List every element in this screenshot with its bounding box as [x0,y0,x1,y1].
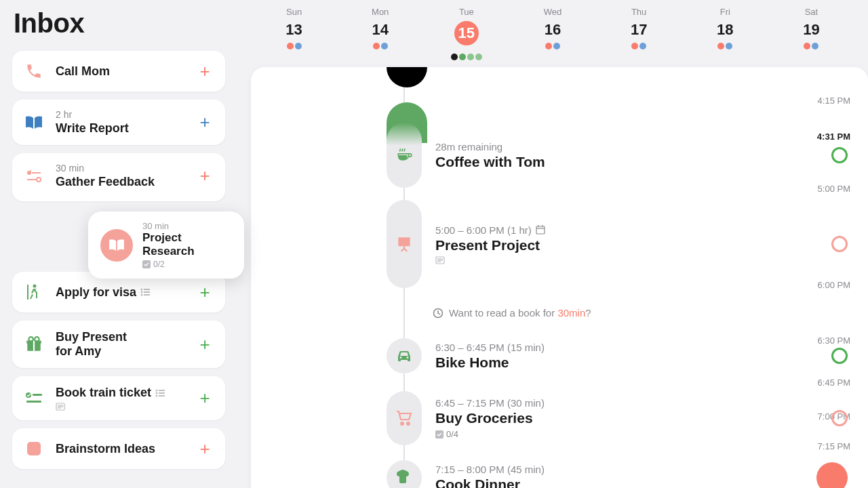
inbox-item-buy-present[interactable]: Buy Present for Amy + [12,321,225,368]
time-label: 6:45 PM [803,378,850,388]
event-title: Present Project [435,237,818,253]
day-fri[interactable]: Fri 18 [682,4,768,63]
floating-meta: 30 min [142,221,232,231]
day-wed[interactable]: Wed 16 [509,4,595,63]
inbox-item-call-mom[interactable]: Call Mom + [12,51,225,92]
floating-title: Project Research [142,231,232,258]
inbox-item-write-report[interactable]: 2 hr Write Report + [12,100,225,145]
checkbox-icon [142,260,151,268]
time-label: 4:15 PM [803,96,850,106]
complete-checkbox[interactable] [831,147,848,163]
day-thu[interactable]: Thu 17 [596,4,682,63]
page-title: Inbox [14,8,225,39]
inbox-item-gather-feedback[interactable]: 30 min Gather Feedback + [12,153,225,201]
svg-point-8 [141,291,143,293]
calendar-icon [536,225,545,235]
coffee-icon [387,123,422,188]
event-cook-dinner[interactable]: 7:15 – 8:00 PM (45 min) Cook Dinner [387,460,848,488]
floating-task-card[interactable]: 30 min Project Research 0/2 [88,211,244,279]
car-icon [387,338,422,373]
week-row: Sun 13 Mon 14 Tue 15 Wed 16 Thu 17 [237,0,868,67]
svg-rect-4 [27,285,28,300]
event-present-project[interactable]: 5:00 – 6:00 PM (1 hr) Present Project [387,200,848,288]
event-sub: 0/4 [435,429,818,439]
svg-rect-9 [144,291,150,293]
event-title: Bike Home [435,354,818,371]
inbox-title: Book train ticket [56,386,184,400]
svg-rect-21 [159,390,165,391]
inbox-body: Call Mom [56,64,184,79]
svg-rect-19 [26,401,41,403]
inbox-body: Brainstorm Ideas [56,442,184,456]
complete-checkbox[interactable] [831,348,848,364]
svg-point-10 [141,294,143,296]
event-title: Coffee with Tom [435,154,818,170]
event-bike-home[interactable]: 6:30 – 6:45 PM (15 min) Bike Home [387,338,848,373]
inbox-body: Apply for visa [56,285,184,300]
complete-checkbox[interactable] [831,410,848,426]
add-button[interactable]: + [195,389,214,408]
inbox-body: 30 min Gather Feedback [56,163,184,189]
phone-icon [23,60,45,82]
walk-icon [23,281,45,303]
suggestion-row[interactable]: Want to read a book for 30min? [433,307,591,319]
event-coffee[interactable]: 28m remaining Coffee with Tom [387,123,848,188]
svg-rect-32 [398,237,410,246]
add-button[interactable]: + [195,439,214,458]
add-button[interactable]: + [195,62,214,81]
inbox-item-brainstorm[interactable]: Brainstorm Ideas + [12,428,225,469]
checkbox-icon [435,430,443,439]
add-button[interactable]: + [195,335,214,354]
event-meta: 6:45 – 7:15 PM (30 min) [435,397,818,409]
complete-checkbox[interactable] [816,462,848,488]
inbox-title: Call Mom [56,64,184,79]
svg-rect-7 [144,289,150,290]
svg-rect-18 [33,394,42,396]
event-buy-groceries[interactable]: 6:45 – 7:15 PM (30 min) Buy Groceries 0/… [387,391,848,445]
cart-icon [387,391,422,445]
svg-point-15 [28,337,33,342]
chef-icon [387,460,422,488]
day-sun[interactable]: Sun 13 [251,4,337,63]
complete-checkbox[interactable] [831,236,848,252]
list-icon [140,288,150,296]
svg-point-46 [407,422,410,425]
inbox-title: Gather Feedback [56,175,184,189]
floating-body: 30 min Project Research 0/2 [142,221,232,269]
add-button[interactable]: + [195,113,214,132]
svg-line-34 [401,249,404,251]
inbox-title: Write Report [56,121,184,136]
inbox-title-line2: for Amy [56,344,184,359]
event-meta: 28m remaining [435,141,818,152]
note-icon [56,403,184,411]
svg-point-22 [156,392,158,394]
svg-point-5 [33,285,37,288]
inbox-title: Brainstorm Ideas [56,442,184,456]
agenda-panel[interactable]: 4:15 PM 4:31 PM 5:00 PM 6:00 PM 6:30 PM … [251,67,868,488]
svg-line-35 [404,249,407,251]
app-root: Inbox Call Mom + 2 hr Write Report + [0,0,868,488]
event-meta: 5:00 – 6:00 PM (1 hr) [435,224,818,236]
svg-rect-36 [536,226,545,234]
inbox-body: Book train ticket [56,386,184,411]
floating-sub: 0/2 [142,260,232,269]
day-sat[interactable]: Sat 19 [768,4,854,63]
inbox-title: Buy Present [56,330,184,344]
note-icon [435,256,818,264]
svg-rect-11 [144,294,150,296]
day-mon[interactable]: Mon 14 [337,4,423,63]
inbox-body: 2 hr Write Report [56,109,184,136]
day-tue[interactable]: Tue 15 [423,4,509,63]
gift-icon [23,333,45,355]
event-meta: 7:15 – 8:00 PM (45 min) [435,464,803,475]
svg-rect-25 [159,395,165,396]
book-icon [100,229,133,262]
add-button[interactable]: + [195,167,214,186]
inbox-item-book-train[interactable]: Book train ticket + [12,376,225,420]
svg-point-6 [141,289,143,291]
event-meta: 6:30 – 6:45 PM (15 min) [435,342,818,353]
inbox-meta: 30 min [56,163,184,174]
inbox-title: Apply for visa [56,285,184,300]
presentation-icon [387,200,422,288]
add-button[interactable]: + [195,283,214,302]
